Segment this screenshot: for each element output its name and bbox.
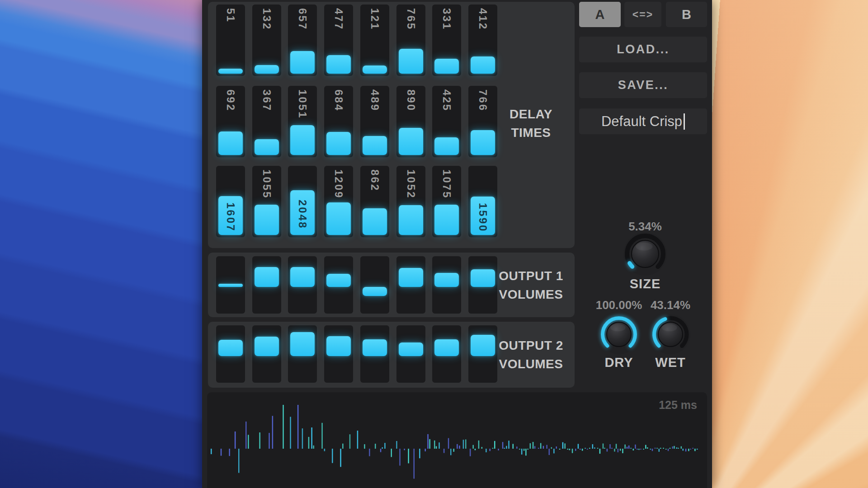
delay-time-slider[interactable]: 692 [216, 86, 245, 157]
delay-time-value: 1607 [224, 202, 237, 232]
delay-time-fill [363, 208, 387, 235]
delay-time-fill [326, 132, 351, 155]
output-volume-fill [399, 268, 423, 287]
delay-time-fill [434, 205, 459, 235]
delay-time-value: 132 [260, 8, 273, 30]
delay-time-slider[interactable]: 1075 [432, 166, 461, 237]
output-volume-fill [290, 332, 315, 356]
preset-compare-button[interactable]: <=> [624, 2, 661, 27]
delay-time-value: 1075 [440, 169, 453, 199]
delay-time-slider[interactable]: 477 [324, 5, 353, 76]
output-volume-slider[interactable] [324, 256, 353, 314]
delay-time-value: 425 [440, 89, 453, 112]
size-knob-label: SIZE [609, 277, 681, 291]
delay-time-value: 1055 [260, 169, 273, 199]
delay-time-slider[interactable]: 1590 [468, 166, 497, 237]
output-volume-slider[interactable] [360, 325, 389, 383]
output-volume-slider[interactable] [324, 325, 353, 383]
output-volume-fill [434, 339, 459, 356]
delay-time-value: 2048 [296, 200, 309, 229]
output2-volumes-panel: OUTPUT 2 VOLUMES [208, 322, 575, 388]
delay-time-fill [434, 59, 459, 74]
delay-time-fill [290, 51, 315, 74]
output-volume-slider[interactable] [288, 325, 317, 383]
delay-time-slider[interactable]: 657 [288, 5, 317, 76]
output1-label-line2: VOLUMES [487, 285, 575, 304]
output-volume-slider[interactable] [252, 256, 281, 314]
delay-time-slider[interactable]: 367 [252, 86, 281, 157]
delay-time-fill [363, 136, 387, 155]
output-volume-slider[interactable] [432, 325, 461, 383]
wet-knob-value: 43.14% [634, 298, 707, 312]
delay-time-fill [326, 202, 351, 235]
desktop-wallpaper-right [712, 0, 868, 488]
preset-name-field[interactable]: Default Crisp [579, 108, 707, 134]
delay-time-value: 692 [224, 89, 237, 112]
delay-time-fill [399, 205, 423, 235]
delay-time-fill [255, 65, 279, 74]
delay-times-panel: 5113265747712176533141269236710516844898… [208, 2, 575, 248]
output-volume-fill [363, 339, 387, 356]
output-volume-slider[interactable] [252, 325, 281, 383]
output-volume-slider[interactable] [216, 256, 245, 314]
delay-time-slider[interactable]: 1055 [252, 166, 281, 237]
delay-time-fill [399, 128, 423, 155]
output-volume-slider[interactable] [396, 256, 425, 314]
delay-time-slider[interactable]: 1052 [396, 166, 425, 237]
output1-label-line1: OUTPUT 1 [487, 267, 575, 285]
wet-knob[interactable] [648, 312, 693, 357]
delay-time-fill [363, 66, 387, 74]
delay-time-slider[interactable]: 412 [468, 5, 497, 76]
delay-time-slider[interactable]: 2048 [288, 166, 317, 237]
delay-time-fill [255, 139, 279, 155]
delay-time-slider[interactable]: 489 [360, 86, 389, 157]
output-volume-fill [255, 337, 279, 356]
output-volume-slider[interactable] [288, 256, 317, 314]
preset-slot-a-button[interactable]: A [579, 2, 621, 27]
delay-time-value: 412 [476, 8, 489, 30]
delay-time-value: 657 [296, 8, 309, 30]
output-volume-slider[interactable] [360, 256, 389, 314]
delay-time-fill [434, 137, 459, 155]
output-volume-fill [218, 284, 243, 287]
output-volume-slider[interactable] [432, 256, 461, 314]
delay-time-value: 862 [368, 169, 381, 192]
delay-time-slider[interactable]: 331 [432, 5, 461, 76]
delay-time-value: 1052 [405, 169, 417, 199]
size-knob[interactable] [620, 229, 670, 279]
delay-time-fill [218, 131, 243, 155]
delay-time-slider[interactable]: 765 [396, 5, 425, 76]
delay-time-value: 51 [224, 8, 237, 23]
delay-time-slider[interactable]: 132 [252, 5, 281, 76]
output-volume-slider[interactable] [216, 325, 245, 383]
output-volume-slider[interactable] [396, 325, 425, 383]
dry-knob[interactable] [596, 312, 642, 357]
delay-time-slider[interactable]: 1051 [288, 86, 317, 157]
delay-time-slider[interactable]: 1209 [324, 166, 353, 237]
delay-time-value: 684 [332, 89, 345, 112]
delay-time-slider[interactable]: 1607 [216, 166, 245, 237]
delay-time-value: 331 [440, 8, 453, 30]
delay-time-fill [326, 55, 351, 74]
delay-time-slider[interactable]: 51 [216, 5, 245, 76]
output1-volumes-panel: OUTPUT 1 VOLUMES [208, 253, 575, 317]
output-volume-fill [363, 287, 387, 296]
preset-slot-b-button[interactable]: B [666, 2, 707, 27]
delay-time-fill [399, 49, 423, 74]
save-button[interactable]: SAVE... [579, 72, 707, 98]
load-button[interactable]: LOAD... [579, 37, 707, 62]
delay-time-value: 477 [332, 8, 345, 30]
delay-time-fill [255, 205, 279, 235]
plugin-window: 5113265747712176533141269236710516844898… [202, 0, 712, 488]
delay-time-slider[interactable]: 890 [396, 86, 425, 157]
delay-time-slider[interactable]: 425 [432, 86, 461, 157]
delay-time-slider[interactable]: 684 [324, 86, 353, 157]
delay-time-value: 489 [368, 89, 381, 112]
output2-label-line2: VOLUMES [487, 355, 575, 373]
delay-time-slider[interactable]: 862 [360, 166, 389, 237]
output-volume-fill [434, 273, 459, 287]
delay-time-fill [218, 69, 243, 74]
delay-time-slider[interactable]: 121 [360, 5, 389, 76]
delay-times-label: DELAY TIMES [487, 105, 575, 142]
preset-name-text: Default Crisp [601, 113, 682, 130]
